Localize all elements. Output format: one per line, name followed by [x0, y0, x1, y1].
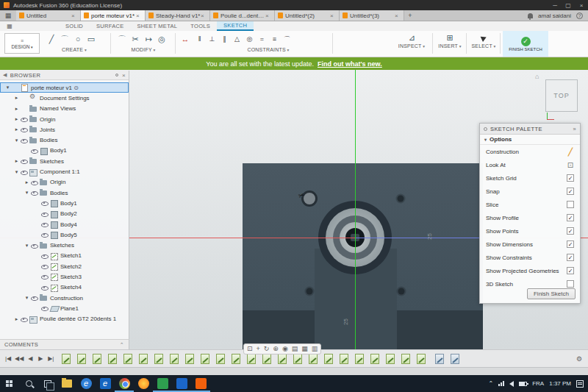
comments-expand-icon[interactable] [120, 342, 124, 348]
file-menu-grid-icon[interactable] [3, 21, 16, 31]
projected-line-blue[interactable] [355, 238, 483, 238]
taskbar-app-button[interactable] [76, 375, 96, 392]
curvature-constraint-icon[interactable]: ⌒ [282, 33, 293, 45]
browser-collapse-icon[interactable] [3, 72, 7, 78]
browser-tree-item[interactable]: Body4 [0, 219, 129, 229]
inspect-group[interactable]: ⊿ INSPECT [392, 32, 431, 49]
taskbar-app-button[interactable] [172, 375, 191, 392]
step-back-icon[interactable]: ◀ [26, 355, 34, 362]
palette-option-control[interactable] [567, 174, 574, 182]
palette-options-section[interactable]: Options [480, 135, 580, 145]
document-tab[interactable]: porte moteur v1* [81, 10, 146, 21]
display-settings-icon[interactable]: ▤ [292, 344, 298, 354]
timeline-sketch-feature-icon[interactable] [293, 354, 302, 364]
help-icon[interactable] [576, 13, 583, 19]
maximize-icon[interactable] [562, 2, 575, 9]
notification-center-icon[interactable] [576, 380, 584, 388]
browser-tree-item[interactable]: Poulie dentée GT2 20dents 1 [0, 314, 129, 324]
expand-arrow-icon[interactable] [13, 95, 20, 101]
visibility-eye-icon[interactable] [40, 252, 49, 260]
visibility-eye-icon[interactable] [30, 294, 38, 302]
timeline-construction-feature-icon[interactable] [435, 354, 444, 364]
clock[interactable]: 1:37 PM [549, 380, 571, 387]
timeline-sketch-feature-icon[interactable] [309, 354, 318, 364]
browser-tree-item[interactable]: Bodies [0, 135, 129, 145]
palette-option-control[interactable] [567, 188, 574, 195]
expand-arrow-icon[interactable] [24, 295, 30, 301]
timeline-sketch-feature-icon[interactable] [139, 354, 148, 364]
grid-settings-icon[interactable]: ▦ [301, 344, 308, 354]
browser-tree-item[interactable]: Sketch3 [0, 271, 129, 282]
update-link[interactable]: Find out what's new. [318, 60, 382, 68]
expand-arrow-icon[interactable] [13, 126, 20, 132]
fillet-tool-icon[interactable]: ⌒ [116, 33, 128, 45]
dimension-label-right[interactable]: 25 [426, 233, 433, 240]
ribbon-tab[interactable]: SURFACE [90, 21, 131, 31]
ribbon-tab[interactable]: SHEET METAL [131, 21, 184, 31]
taskbar-app-button[interactable] [153, 375, 172, 392]
browser-tree-item[interactable]: Body1 [0, 146, 129, 156]
expand-arrow-icon[interactable] [4, 85, 11, 90]
go-to-start-icon[interactable]: |◀ [4, 355, 12, 362]
timeline-sketch-feature-icon[interactable] [201, 354, 209, 364]
close-icon[interactable] [575, 2, 588, 9]
tab-close-icon[interactable] [136, 13, 142, 19]
timeline-sketch-feature-icon[interactable] [93, 354, 101, 364]
start-button[interactable] [0, 375, 19, 392]
mount-hole[interactable] [398, 288, 405, 295]
browser-tree-item[interactable]: Origin [0, 177, 129, 188]
document-tab[interactable]: Steady-Hand v1* [146, 10, 210, 21]
ribbon-tab[interactable]: SKETCH [217, 21, 254, 31]
browser-tree-item[interactable]: Body1 [0, 198, 129, 208]
expand-arrow-icon[interactable] [13, 169, 20, 175]
browser-tree-item[interactable]: Origin [0, 114, 129, 124]
browser-tree-item[interactable]: Body5 [0, 229, 129, 240]
browser-tree-item[interactable]: Component 1:1 [0, 166, 129, 177]
finish-sketch-palette-button[interactable]: Finish Sketch [527, 288, 576, 299]
timeline-sketch-feature-icon[interactable] [340, 354, 348, 364]
browser-tree-item[interactable]: Sketch4 [0, 282, 129, 293]
create-group-label[interactable]: CREATE [41, 47, 107, 52]
network-icon[interactable] [498, 381, 504, 386]
timeline-sketch-feature-icon[interactable] [324, 354, 333, 364]
mount-hole[interactable] [398, 196, 404, 202]
browser-tree-item[interactable]: Sketch1 [0, 251, 129, 261]
browser-tree-item[interactable]: Sketches [0, 156, 129, 166]
expand-arrow-icon[interactable] [13, 138, 20, 143]
workspace-selector[interactable]: DESIGN [4, 33, 40, 54]
task-view-button[interactable] [38, 375, 57, 392]
palette-option-control[interactable] [567, 161, 574, 168]
palette-option-control[interactable] [567, 201, 574, 208]
palette-option-control[interactable] [567, 148, 574, 155]
ribbon-tab[interactable]: TOOLS [184, 21, 217, 31]
comments-bar[interactable]: COMMENTS [0, 339, 129, 349]
timeline-sketch-feature-icon[interactable] [417, 354, 426, 364]
taskbar-app-button[interactable] [191, 375, 210, 392]
visibility-eye-icon[interactable] [30, 189, 38, 196]
perpendicular-constraint-icon[interactable]: ⊥ [207, 33, 218, 45]
concentric-constraint-icon[interactable]: ◎ [244, 33, 255, 45]
visibility-eye-icon[interactable] [20, 316, 28, 323]
sketch-palette-header[interactable]: SKETCH PALETTE [480, 124, 580, 135]
volume-icon[interactable] [509, 381, 514, 387]
viewcube-home-icon[interactable] [535, 73, 539, 80]
extend-tool-icon[interactable]: ↦ [143, 33, 154, 45]
modify-group-label[interactable]: MODIFY [112, 47, 175, 52]
palette-option-control[interactable] [567, 240, 574, 248]
timeline-sketch-feature-icon[interactable] [77, 354, 86, 364]
timeline-sketch-feature-icon[interactable] [170, 354, 179, 364]
insert-group[interactable]: ⊞ INSERT [435, 32, 465, 49]
timeline-sketch-feature-icon[interactable] [262, 354, 271, 364]
visibility-eye-icon[interactable] [40, 263, 49, 270]
tab-close-icon[interactable] [265, 13, 271, 19]
visibility-eye-icon[interactable] [20, 115, 28, 123]
tab-close-icon[interactable] [330, 13, 336, 19]
timeline-construction-feature-icon[interactable] [451, 354, 459, 364]
browser-tree-item[interactable]: Bodies [0, 188, 129, 198]
visibility-eye-icon[interactable] [20, 137, 28, 144]
taskbar-app-button[interactable] [134, 375, 153, 392]
expand-arrow-icon[interactable] [24, 243, 30, 249]
sketch-y-axis-green[interactable] [355, 70, 356, 349]
expand-arrow-icon[interactable] [13, 106, 20, 112]
expand-arrow-icon[interactable] [13, 316, 20, 322]
